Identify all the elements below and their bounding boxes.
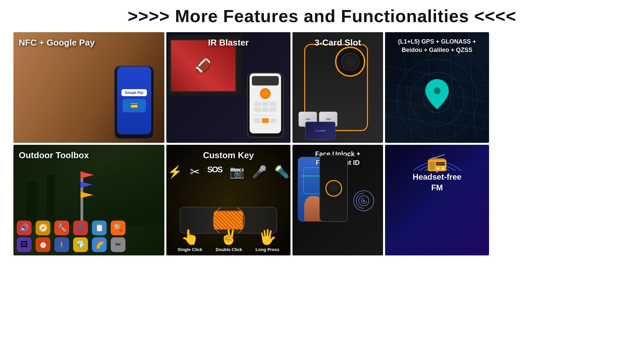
cell-fm-wifi: 📻 Headset-freeFM Wi-Fi 6 [385,145,489,255]
fingerprint-icon [351,188,376,213]
fm-label: Headset-freeFM [413,172,461,192]
gps-label: (L1+L5) GPS + GLONASS +Beidou + Galileo … [385,38,489,54]
icon-sos: SOS [207,165,222,179]
icon-camera: 📷 [229,165,245,179]
clicks-row: 👆 Single Click ✌ Double Click 🖐 Long Pre… [166,228,290,252]
long-press-icon: 🖐 [258,228,277,246]
outdoor-icon-4: ➕ [73,221,88,235]
double-click-label: Double Click [216,247,242,252]
single-click-icon: 👆 [181,228,199,246]
outdoor-icon-12: ✂ [111,237,125,252]
page-wrapper: >>>> More Features and Functionalities <… [0,0,644,362]
outdoor-icon-8: ⏰ [36,237,50,252]
outdoor-icon-3: 🔧 [54,221,69,235]
double-click-item: ✌ Double Click [216,228,242,252]
custom-label: Custom Key [166,150,290,161]
outdoor-label: Outdoor Toolbox [19,150,89,161]
icon-mic: 🎤 [252,165,267,179]
outdoor-icon-7: 🖼 [17,237,32,252]
custom-icons-row: ⚡ ✂ SOS 📷 🎤 🔦 [166,165,290,179]
cell-wifi6-bottom: Wi-Fi 6 [385,200,489,255]
icon-z: ⚡ [167,165,182,179]
cell-nfc: Google Pay 💳 NFC + Google Pay [13,32,164,143]
svg-point-12 [434,87,440,94]
icon-scissors: ✂ [190,165,200,179]
outdoor-icon-1: 🔊 [17,221,32,235]
outdoor-icon-5: 📋 [92,221,107,235]
long-press-label: Long Press [256,247,279,252]
svg-point-13 [363,200,365,202]
cell-custom: Custom Key ⚡ ✂ SOS 📷 🎤 🔦 [166,145,290,255]
outdoor-icon-2: 🧭 [36,221,50,235]
page-title: >>>> More Features and Functionalities <… [128,6,517,26]
cell-ir: 🏈 [166,32,290,143]
single-click-item: 👆 Single Click [177,228,202,252]
outdoor-icon-9: 🚶 [54,237,69,252]
svg-line-7 [385,116,489,129]
ir-label: IR Blaster [166,38,290,48]
card3-label: 3-Card Slot [292,38,383,48]
cell-3card: SIM SIM T-CARD 3-Card Slot [292,32,383,143]
cell-face: Face Unlock +Fingerprint ID [292,145,383,255]
outdoor-icon-6: 🔍 [111,221,125,235]
single-click-label: Single Click [177,247,202,252]
icon-flashlight: 🔦 [274,165,289,179]
features-grid: Google Pay 💳 NFC + Google Pay 🏈 [13,32,631,255]
nfc-label: NFC + Google Pay [19,38,95,48]
double-click-icon: ✌ [220,228,238,246]
fm-radio-icon: 📻 [427,152,447,172]
long-press-item: 🖐 Long Press [256,228,279,252]
outdoor-icon-10: 💎 [73,237,88,252]
outdoor-icon-11: 🌈 [92,237,107,252]
cell-gps: (L1+L5) GPS + GLONASS +Beidou + Galileo … [385,32,489,143]
cell-outdoor: Outdoor Toolbox 🔊 🧭 🔧 ➕ 📋 🔍 🖼 ⏰ 🚶 💎 🌈 ✂ [13,145,164,255]
